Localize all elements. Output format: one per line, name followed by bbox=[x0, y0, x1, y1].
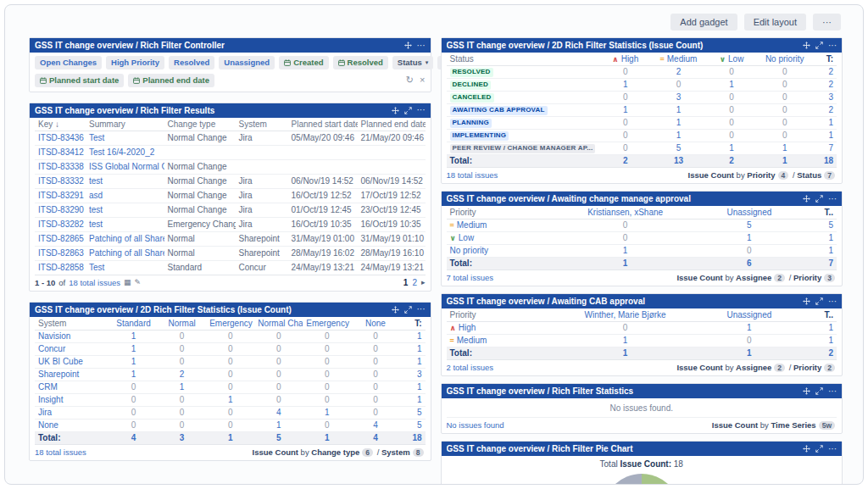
count-link[interactable]: 4 bbox=[131, 433, 136, 442]
count-link[interactable]: 1 bbox=[131, 344, 136, 353]
row-total-link[interactable]: 1 bbox=[828, 336, 833, 345]
issue-summary-link[interactable]: test bbox=[89, 176, 103, 186]
move-icon[interactable] bbox=[803, 195, 810, 203]
row-total-link[interactable]: 1 bbox=[417, 395, 422, 404]
count-link[interactable]: 1 bbox=[729, 143, 734, 153]
issue-key-link[interactable]: ITSD-83332 bbox=[38, 176, 84, 186]
issue-summary-link[interactable]: Patching of all SharePoint servers bbox=[89, 234, 164, 243]
move-icon[interactable] bbox=[803, 42, 810, 49]
row-total-link[interactable]: 5 bbox=[417, 420, 422, 430]
count-link[interactable]: 2 bbox=[676, 67, 682, 76]
count-link[interactable]: 1 bbox=[747, 233, 752, 242]
count-link[interactable]: 1 bbox=[623, 105, 628, 114]
move-icon[interactable] bbox=[392, 107, 399, 114]
col-header-no-priority[interactable]: No priority bbox=[758, 53, 811, 66]
count-link[interactable]: 2 bbox=[729, 156, 734, 165]
count-link[interactable]: 1 bbox=[676, 105, 682, 114]
row-total-link[interactable]: 2 bbox=[828, 348, 833, 358]
row-total-link[interactable]: 2 bbox=[828, 80, 833, 89]
move-icon[interactable] bbox=[803, 387, 810, 395]
row-total-link[interactable]: 3 bbox=[417, 370, 422, 379]
expand-icon[interactable] bbox=[815, 42, 823, 49]
row-total-link[interactable]: 2 bbox=[828, 67, 833, 76]
count-link[interactable]: 5 bbox=[747, 220, 752, 230]
issue-summary-link[interactable]: Test bbox=[89, 263, 104, 272]
expand-icon[interactable] bbox=[404, 306, 412, 314]
page-1[interactable]: 1 bbox=[403, 278, 409, 287]
count-link[interactable]: 1 bbox=[747, 348, 752, 358]
more-icon[interactable]: ··· bbox=[417, 42, 426, 50]
issue-summary-link[interactable]: test bbox=[89, 219, 103, 229]
col-header-winther-marie-bj-rke[interactable]: Winther, Marie Bjørke bbox=[564, 308, 687, 322]
dimension-label[interactable]: System bbox=[381, 447, 410, 457]
dimension-label[interactable]: Priority bbox=[747, 170, 775, 180]
row-label-link[interactable]: Low bbox=[459, 233, 474, 242]
col-header-low[interactable]: ∨Low bbox=[705, 53, 759, 66]
dimension-label[interactable]: Time Series bbox=[771, 420, 815, 430]
row-total-link[interactable]: 1 bbox=[417, 357, 422, 366]
row-total-link[interactable]: 2 bbox=[828, 105, 833, 114]
expand-icon[interactable] bbox=[815, 387, 823, 395]
total-issues-link[interactable]: 18 total issues bbox=[69, 278, 120, 287]
count-link[interactable]: 2 bbox=[623, 156, 628, 165]
filter-unassigned[interactable]: Unassigned bbox=[219, 56, 275, 69]
col-header-change-type[interactable]: Change type bbox=[164, 118, 236, 131]
col-header-none[interactable]: None bbox=[351, 317, 399, 331]
dimension-label[interactable]: Priority bbox=[793, 273, 821, 282]
count-link[interactable]: 2 bbox=[180, 370, 185, 379]
row-total-link[interactable]: 1 bbox=[417, 331, 422, 341]
filter-planned-start-date[interactable]: Planned start date bbox=[35, 74, 124, 87]
row-label-link[interactable]: Jira bbox=[38, 408, 52, 417]
col-header-kristiansen-xshane[interactable]: Kristiansen, xShane bbox=[564, 206, 687, 219]
issue-summary-link[interactable]: test bbox=[89, 205, 103, 214]
issue-key-link[interactable]: ITSD-83291 bbox=[38, 191, 84, 200]
more-icon[interactable]: ··· bbox=[417, 305, 426, 314]
move-icon[interactable] bbox=[803, 445, 810, 453]
row-total-link[interactable]: 1 bbox=[828, 246, 833, 255]
row-total-link[interactable]: 18 bbox=[412, 433, 421, 442]
dimension-label[interactable]: Change type bbox=[311, 447, 359, 457]
col-header-key[interactable]: Key ↓ bbox=[35, 118, 86, 131]
dimension-label[interactable]: Assignee bbox=[736, 363, 771, 372]
count-link[interactable]: 1 bbox=[623, 336, 628, 345]
issue-key-link[interactable]: ITSD-82863 bbox=[38, 248, 84, 258]
page-2[interactable]: 2 bbox=[412, 278, 417, 287]
row-total-link[interactable]: 1 bbox=[828, 323, 833, 332]
issue-summary-link[interactable]: ISS Global Normal Change template bbox=[89, 162, 164, 171]
count-link[interactable]: 1 bbox=[782, 143, 787, 153]
col-header-system[interactable]: System bbox=[236, 118, 288, 131]
more-icon[interactable]: ··· bbox=[828, 445, 837, 453]
total-issues-link[interactable]: 7 total issues bbox=[447, 273, 493, 282]
issue-key-link[interactable]: ITSD-82858 bbox=[38, 263, 84, 272]
add-gadget-button[interactable]: Add gadget bbox=[670, 14, 737, 31]
count-link[interactable]: 1 bbox=[131, 357, 136, 366]
edit-pencil-icon[interactable]: ✎ bbox=[134, 278, 141, 286]
row-total-link[interactable]: 3 bbox=[828, 92, 833, 102]
issue-summary-link[interactable]: Patching of all SharePoint servers bbox=[89, 248, 164, 258]
count-link[interactable]: 1 bbox=[676, 131, 682, 140]
col-header-unassigned[interactable]: Unassigned bbox=[687, 206, 811, 219]
count-link[interactable]: 1 bbox=[325, 433, 330, 442]
row-label-link[interactable]: CRM bbox=[38, 382, 58, 392]
count-link[interactable]: 1 bbox=[228, 395, 233, 404]
dimension-label[interactable]: Status bbox=[797, 170, 821, 180]
row-total-link[interactable]: 5 bbox=[417, 408, 422, 417]
no-issues-link[interactable]: No issues found bbox=[447, 420, 504, 430]
row-label-link[interactable]: Medium bbox=[457, 220, 487, 230]
col-header-normal[interactable]: Normal bbox=[158, 317, 206, 331]
filter-created[interactable]: Created bbox=[279, 56, 328, 69]
issue-key-link[interactable]: ITSD-83412 bbox=[38, 147, 84, 157]
move-icon[interactable] bbox=[803, 297, 810, 305]
col-header-emergency[interactable]: Emergency bbox=[206, 317, 254, 331]
row-total-link[interactable]: 1 bbox=[828, 118, 833, 127]
total-issues-link[interactable]: 18 total issues bbox=[447, 170, 498, 180]
expand-icon[interactable] bbox=[815, 297, 823, 305]
count-link[interactable]: 5 bbox=[276, 433, 281, 442]
count-link[interactable]: 1 bbox=[782, 156, 787, 165]
move-icon[interactable] bbox=[404, 42, 412, 49]
filter-status[interactable]: Status▾ bbox=[392, 56, 434, 69]
more-icon[interactable]: ··· bbox=[417, 106, 426, 114]
filter-planned-end-date[interactable]: Planned end date bbox=[128, 74, 214, 87]
total-issues-link[interactable]: 2 total issues bbox=[447, 363, 493, 372]
count-link[interactable]: 1 bbox=[325, 408, 330, 417]
